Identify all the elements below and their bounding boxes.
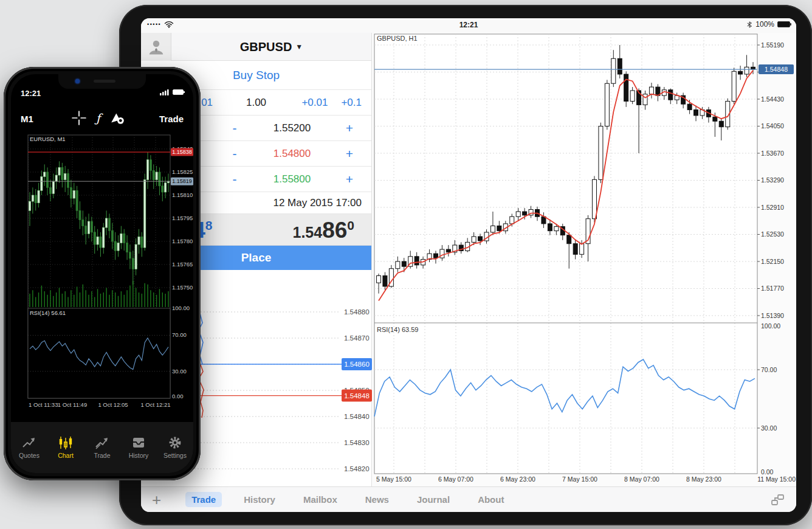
svg-text:1.52910: 1.52910 (761, 204, 784, 211)
svg-text:1.54848: 1.54848 (344, 392, 370, 399)
svg-text:1.15795: 1.15795 (172, 215, 193, 221)
svg-text:1.15810: 1.15810 (172, 192, 193, 198)
svg-text:EURUSD, M1: EURUSD, M1 (30, 136, 66, 142)
tab-history[interactable]: History (238, 492, 281, 507)
volume-value[interactable]: 1.00 (230, 97, 283, 109)
price-minus-button[interactable]: - (222, 121, 247, 136)
svg-text:1.54848: 1.54848 (765, 66, 788, 73)
avatar-icon (147, 38, 165, 55)
svg-text:1.54840: 1.54840 (344, 413, 370, 420)
tablet-device: ••••• 12:21 100% (119, 5, 812, 525)
svg-text:30.00: 30.00 (761, 424, 777, 432)
nav-item-label: Trade (94, 452, 110, 459)
svg-text:1.54830: 1.54830 (344, 439, 370, 446)
tab-mailbox[interactable]: Mailbox (297, 492, 343, 507)
stop-loss-plus-button[interactable]: + (337, 147, 362, 161)
order-panel-header: GBPUSD ▼ (141, 33, 371, 61)
tablet-screen: ••••• 12:21 100% (141, 18, 796, 512)
svg-text:1.53290: 1.53290 (761, 176, 784, 184)
take-profit-plus-button[interactable]: + (337, 172, 362, 187)
svg-text:1.54430: 1.54430 (761, 95, 784, 103)
phone-chart[interactable]: 1.158401.158251.158101.157951.157801.157… (11, 133, 193, 412)
battery-icon (777, 21, 790, 27)
svg-text:100.00: 100.00 (172, 305, 190, 311)
new-order-button[interactable]: + (152, 492, 161, 508)
objects-icon[interactable] (110, 111, 126, 125)
phone-trade-button[interactable]: Trade (159, 114, 184, 124)
stop-loss-minus-button[interactable]: - (222, 147, 247, 161)
svg-text:30.00: 30.00 (172, 368, 187, 375)
crosshair-icon[interactable] (72, 111, 86, 125)
speaker-icon (94, 80, 115, 83)
nav-item-chart[interactable]: Chart (47, 422, 84, 473)
phone-nav-bar: QuotesChartTradeHistorySettings (11, 422, 193, 473)
svg-text:6 May 07:00: 6 May 07:00 (438, 475, 473, 483)
volume-plus-large-button[interactable]: +0.1 (341, 97, 362, 109)
svg-text:5 May 15:00: 5 May 15:00 (376, 475, 411, 483)
account-button[interactable] (141, 33, 171, 61)
gear-icon (168, 436, 182, 449)
indicators-icon[interactable]: ƒ (96, 111, 100, 125)
tablet-clock: 12:21 (141, 21, 796, 29)
svg-text:1.54050: 1.54050 (761, 122, 784, 130)
volume-plus-button[interactable]: +0.01 (301, 97, 328, 109)
svg-text:70.00: 70.00 (172, 331, 187, 338)
main-chart-panel: 1.551901.548101.544301.540501.536701.532… (372, 33, 796, 486)
tab-news[interactable]: News (359, 492, 395, 507)
svg-text:RSI(14) 56.61: RSI(14) 56.61 (30, 309, 66, 316)
svg-text:6 May 23:00: 6 May 23:00 (500, 475, 535, 483)
nav-item-label: Settings (163, 452, 187, 459)
svg-text:1.51770: 1.51770 (761, 285, 784, 292)
chevron-down-icon: ▼ (295, 43, 303, 51)
nav-item-label: Quotes (19, 452, 40, 459)
nav-item-label: Chart (58, 452, 74, 459)
svg-text:1.15765: 1.15765 (172, 261, 193, 268)
svg-text:100.00: 100.00 (761, 322, 780, 330)
svg-text:1.55190: 1.55190 (761, 41, 784, 49)
svg-text:8 May 07:00: 8 May 07:00 (624, 475, 659, 483)
svg-text:1 Oct 12:21: 1 Oct 12:21 (140, 401, 170, 408)
tab-journal[interactable]: Journal (411, 492, 456, 507)
svg-text:1 Oct 11:49: 1 Oct 11:49 (58, 401, 87, 408)
nav-item-quotes[interactable]: Quotes (11, 422, 47, 473)
camera-icon (75, 79, 80, 83)
phone-notch (58, 74, 146, 89)
trend-up-icon (22, 436, 36, 449)
phone-device: 12:21 M1 ƒ (4, 67, 201, 480)
svg-text:1.54820: 1.54820 (344, 465, 370, 472)
price-plus-button[interactable]: + (337, 121, 362, 136)
svg-text:8 May 23:00: 8 May 23:00 (686, 475, 721, 483)
window-layout-icon[interactable] (771, 494, 785, 506)
symbol-selector[interactable]: GBPUSD ▼ (171, 33, 371, 61)
svg-text:RSI(14) 63.59: RSI(14) 63.59 (377, 326, 418, 333)
battery-percent: 100% (755, 20, 774, 29)
svg-text:GBPUSD, H1: GBPUSD, H1 (377, 35, 418, 42)
phone-screen: 12:21 M1 ƒ (11, 74, 193, 473)
stop-loss-value[interactable]: 1.54800 (247, 148, 337, 160)
take-profit-value[interactable]: 1.55800 (247, 173, 337, 185)
svg-text:1.53670: 1.53670 (761, 150, 784, 157)
price-value[interactable]: 1.55200 (247, 122, 337, 134)
svg-text:7 May 15:00: 7 May 15:00 (562, 475, 597, 483)
svg-text:1.15825: 1.15825 (172, 168, 193, 175)
phone-toolbar: M1 ƒ Trade (11, 109, 193, 131)
svg-text:1.52150: 1.52150 (761, 258, 784, 265)
signal-bars-icon (160, 89, 170, 95)
svg-text:11 May 15:00: 11 May 15:00 (757, 475, 796, 483)
phone-status-bar: 12:21 (11, 88, 193, 100)
nav-item-history[interactable]: History (120, 422, 157, 473)
take-profit-minus-button[interactable]: - (222, 172, 247, 187)
main-chart[interactable]: 1.551901.548101.544301.540501.536701.532… (372, 33, 796, 486)
svg-text:1.15780: 1.15780 (172, 238, 193, 244)
nav-item-label: History (129, 452, 149, 459)
nav-item-settings[interactable]: Settings (157, 422, 193, 473)
timeframe-button[interactable]: M1 (21, 114, 33, 124)
tab-about[interactable]: About (472, 492, 510, 507)
svg-text:1.15838: 1.15838 (172, 149, 192, 155)
svg-text:1.54860: 1.54860 (344, 361, 370, 368)
tab-trade[interactable]: Trade (185, 492, 222, 507)
nav-item-trade[interactable]: Trade (84, 422, 120, 473)
svg-text:1 Oct 11:33: 1 Oct 11:33 (29, 401, 58, 408)
ask-price: 1.54860 (292, 219, 354, 241)
svg-text:1.54880: 1.54880 (344, 308, 370, 316)
